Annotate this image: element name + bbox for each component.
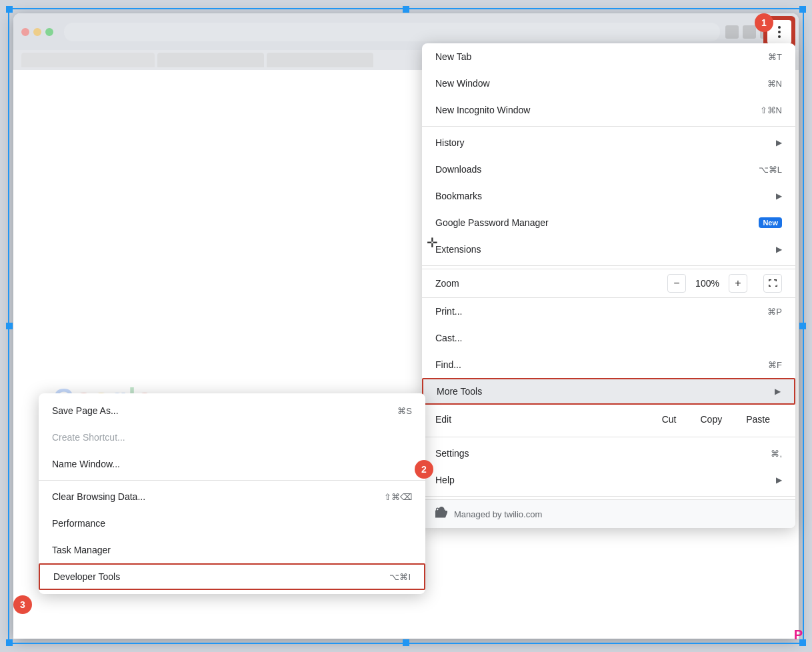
chrome-main-menu: New Tab ⌘T New Window ⌘N New Incognito W… bbox=[422, 43, 795, 528]
zoom-value: 100% bbox=[694, 278, 721, 289]
zoom-in-button[interactable]: + bbox=[729, 274, 747, 293]
handle-bottom-middle[interactable] bbox=[403, 639, 409, 646]
menu-item-more-tools[interactable]: More Tools ▶ bbox=[422, 378, 795, 405]
edit-actions: Cut Copy Paste bbox=[650, 410, 782, 429]
menu-item-history[interactable]: History ▶ bbox=[422, 129, 795, 156]
edit-row: Edit Cut Copy Paste bbox=[422, 405, 795, 434]
fullscreen-icon bbox=[768, 279, 777, 288]
menu-item-downloads[interactable]: Downloads ⌥⌘L bbox=[422, 156, 795, 183]
fullscreen-button[interactable] bbox=[763, 274, 782, 293]
submenu-item-create-shortcut: Create Shortcut... bbox=[39, 424, 425, 451]
zoom-row: Zoom − 100% + bbox=[422, 269, 795, 298]
menu-item-settings[interactable]: Settings ⌘, bbox=[422, 440, 795, 467]
handle-top-middle[interactable] bbox=[403, 6, 409, 13]
managed-icon bbox=[435, 507, 447, 521]
step-badge-2: 2 bbox=[415, 460, 433, 479]
submenu-item-clear-browsing[interactable]: Clear Browsing Data... ⇧⌘⌫ bbox=[39, 483, 425, 510]
menu-item-bookmarks[interactable]: Bookmarks ▶ bbox=[422, 183, 795, 209]
menu-item-print[interactable]: Print... ⌘P bbox=[422, 298, 795, 325]
step-badge-3: 3 bbox=[13, 595, 32, 614]
submenu-divider-1 bbox=[39, 480, 425, 481]
submenu-item-save-page[interactable]: Save Page As... ⌘S bbox=[39, 397, 425, 424]
copy-button[interactable]: Copy bbox=[689, 410, 735, 429]
menu-divider-4 bbox=[422, 496, 795, 497]
handle-top-left[interactable] bbox=[6, 6, 13, 13]
menu-item-find[interactable]: Find... ⌘F bbox=[422, 351, 795, 378]
menu-item-new-incognito[interactable]: New Incognito Window ⇧⌘N bbox=[422, 97, 795, 123]
handle-middle-right[interactable] bbox=[799, 323, 806, 329]
menu-item-cast[interactable]: Cast... bbox=[422, 325, 795, 351]
submenu-item-name-window[interactable]: Name Window... bbox=[39, 451, 425, 477]
more-tools-submenu: Save Page As... ⌘S Create Shortcut... Na… bbox=[39, 393, 425, 594]
menu-item-new-window[interactable]: New Window ⌘N bbox=[422, 70, 795, 97]
handle-bottom-left[interactable] bbox=[6, 639, 13, 646]
menu-divider-1 bbox=[422, 126, 795, 127]
cut-button[interactable]: Cut bbox=[650, 410, 689, 429]
menu-item-extensions[interactable]: Extensions ▶ bbox=[422, 236, 795, 263]
menu-divider-2 bbox=[422, 265, 795, 266]
zoom-controls: − 100% + bbox=[667, 274, 782, 293]
submenu-item-task-manager[interactable]: Task Manager bbox=[39, 537, 425, 563]
menu-item-new-tab[interactable]: New Tab ⌘T bbox=[422, 43, 795, 70]
submenu-item-performance[interactable]: Performance bbox=[39, 510, 425, 537]
menu-item-help[interactable]: Help ▶ bbox=[422, 467, 795, 493]
managed-by-row: Managed by twilio.com bbox=[422, 499, 795, 528]
watermark-p: P bbox=[794, 627, 803, 643]
move-cursor-icon: ✛ bbox=[427, 235, 438, 251]
submenu-item-developer-tools[interactable]: Developer Tools ⌥⌘I bbox=[39, 563, 425, 590]
handle-top-right[interactable] bbox=[799, 6, 806, 13]
paste-button[interactable]: Paste bbox=[734, 410, 782, 429]
handle-middle-left[interactable] bbox=[6, 323, 13, 329]
menu-divider-3 bbox=[422, 437, 795, 437]
menu-item-password-manager[interactable]: Google Password Manager New bbox=[422, 209, 795, 236]
step-badge-1: 1 bbox=[755, 13, 773, 32]
zoom-out-button[interactable]: − bbox=[667, 274, 686, 293]
